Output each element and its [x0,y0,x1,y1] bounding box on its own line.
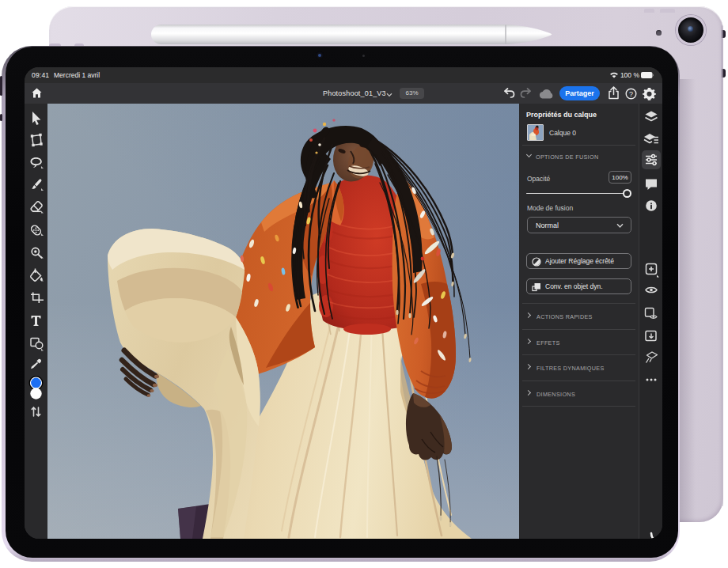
svg-text:?: ? [629,89,633,97]
